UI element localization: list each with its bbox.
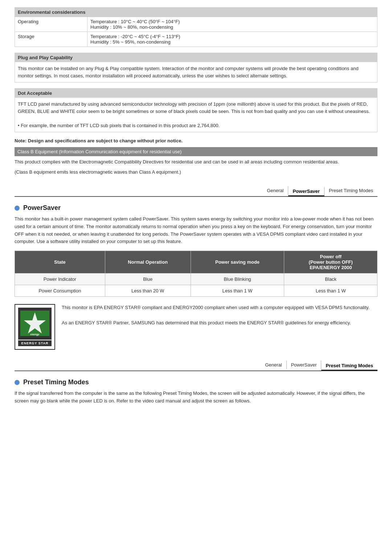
dot-acceptable-body: TFT LCD panel manufactured by using adva… [15,98,377,132]
power-consumption-saving: Less than 1 W [191,285,284,297]
powersaver-title: PowerSaver [23,204,61,212]
nav-tabs-2: General PowerSaver Preset Timing Modes [15,361,377,371]
power-consumption-normal: Less than 20 W [105,285,191,297]
energy-star-text1: This monitor is EPA ENERGY STAR® complia… [62,304,369,312]
powersaver-section: PowerSaver This monitor has a built-in p… [15,204,377,350]
energy-star-text2: As an ENERGY STAR® Partner, SAMSUNG has … [62,319,369,327]
tab-powersaver-1[interactable]: PowerSaver [288,187,324,196]
powersaver-title-row: PowerSaver [15,204,377,212]
table-row: Power Consumption Less than 20 W Less th… [15,285,377,297]
note-text: Note: Design and specifications are subj… [15,138,377,143]
tab-preset-2[interactable]: Preset Timing Modes [321,361,377,370]
plug-play-section: Plug and Play Capability This monitor ca… [15,53,377,82]
power-indicator-saving: Blue Blinking [191,274,284,285]
svg-text:energy: energy [30,332,40,336]
env-operating-label: Operating [15,17,87,32]
env-section-header: Environmental considerations [15,8,377,17]
power-table-header-normal: Normal Operation [105,251,191,274]
tab-powersaver-2[interactable]: PowerSaver [287,361,322,369]
dot-acceptable-header: Dot Acceptable [15,89,377,98]
tab-preset-1[interactable]: Preset Timing Modes [324,186,377,195]
env-storage-label: Storage [15,32,87,47]
energy-star-graphic: energy [18,308,52,340]
energy-star-section: energy ENERGY STAR This monitor is EPA E… [15,304,377,350]
powersaver-bullet-icon [15,206,20,211]
energy-star-logo: energy ENERGY STAR [15,304,54,350]
class-b-body2: (Class B equipment emits less electromag… [15,169,377,176]
power-indicator-normal: Blue [105,274,191,285]
preset-title-row: Preset Timing Modes [15,378,377,386]
power-consumption-label: Power Consumption [15,285,105,297]
power-table: State Normal Operation Power saving mode… [15,251,377,297]
class-b-body1: This product complies with the Electroma… [15,158,377,166]
power-table-header-state: State [15,251,105,274]
power-consumption-off: Less than 1 W [284,285,377,297]
power-indicator-label: Power Indicator [15,274,105,285]
preset-body: If the signal transferred from the compu… [15,390,377,405]
tab-general-2[interactable]: General [261,361,286,369]
preset-bullet-icon [15,380,20,385]
table-row: Power Indicator Blue Blue Blinking Black [15,274,377,285]
env-operating-value: Temperature : 10°C ~ 40°C (50°F ~ 104°F)… [87,17,377,32]
tab-general-1[interactable]: General [262,186,288,195]
preset-timing-section: Preset Timing Modes If the signal transf… [15,378,377,405]
power-table-header-off: Power off(Power button OFF)EPA/ENERGY 20… [284,251,377,274]
class-b-header: Class B Equipment (Information Communica… [15,147,377,156]
nav-tabs-1: General PowerSaver Preset Timing Modes [15,186,377,197]
power-table-header-saving: Power saving mode [191,251,284,274]
plug-play-body: This monitor can be installed on any Plu… [15,62,377,82]
environmental-table: Environmental considerations Operating T… [15,7,377,47]
energy-star-logo-box: energy ENERGY STAR [15,304,55,350]
energy-star-text: This monitor is EPA ENERGY STAR® complia… [62,304,369,327]
dot-acceptable-section: Dot Acceptable TFT LCD panel manufacture… [15,88,377,132]
powersaver-body: This monitor has a built-in power manage… [15,215,377,246]
energy-star-label: ENERGY STAR [18,340,52,346]
plug-play-header: Plug and Play Capability [15,53,377,62]
env-storage-value: Temperature : -20°C ~ 45°C (-4°F ~ 113°F… [87,32,377,47]
preset-title: Preset Timing Modes [23,378,89,386]
power-indicator-off: Black [284,274,377,285]
